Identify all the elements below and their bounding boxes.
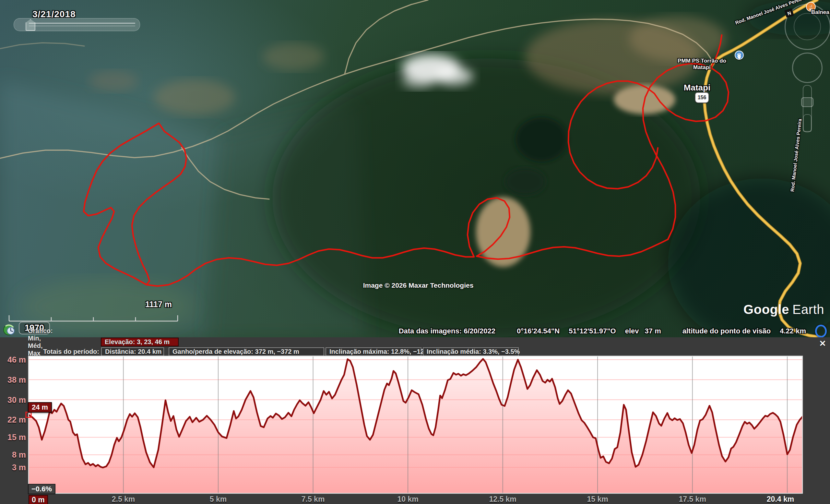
status-eye-alt-label: altitude do ponto de visão — [682, 327, 771, 335]
look-joystick-inner[interactable] — [794, 13, 821, 40]
elevation-chart[interactable] — [0, 337, 830, 504]
x-tick-label: 12.5 km — [489, 495, 516, 504]
y-tick-label: 38 m — [0, 375, 26, 384]
x-tick-label: 2.5 km — [112, 495, 135, 504]
y-tick-label: 8 m — [0, 450, 26, 460]
dark-lake — [505, 168, 545, 195]
y-tick-label: 46 m — [0, 355, 26, 365]
x-tick-label: 5 km — [210, 495, 227, 504]
cleared-land-patch — [263, 43, 324, 70]
status-latitude: 0°16'24.54"N — [517, 327, 560, 335]
cleared-land-patch — [89, 71, 138, 91]
cleared-land-patch — [154, 80, 235, 115]
elevation-profile-panel: Gráfico: Mín, Méd, Max Elevação: 3, 23, … — [0, 337, 830, 504]
map-viewport[interactable]: 3/21/2018 N 🍴 Balnea 🏛 PMM PS Torrão do … — [0, 0, 830, 337]
scale-label: 1117 m — [145, 300, 172, 309]
move-joystick[interactable] — [792, 53, 823, 83]
poi-balnea-label[interactable]: Balnea — [811, 9, 829, 15]
dark-lake — [515, 117, 567, 161]
time-slider-track[interactable] — [29, 23, 135, 24]
x-tick-label: 7.5 km — [301, 495, 325, 504]
x-tick-label: 10 km — [397, 495, 418, 504]
status-longitude: 51°12'51.97"O — [569, 327, 616, 335]
streaming-progress-icon — [815, 325, 827, 337]
civic-poi-icon[interactable]: 🏛 — [735, 51, 744, 60]
status-bar: Data das imagens: 6/20/2022 0°16'24.54"N… — [0, 326, 827, 337]
imagery-attribution: Image © 2026 Maxar Technologies — [350, 282, 486, 289]
status-elev-value: 37 m — [645, 327, 661, 335]
status-imagery-date: Data das imagens: 6/20/2022 — [399, 327, 496, 335]
time-slider-handle[interactable] — [26, 19, 35, 31]
x-tick-label: 17.5 km — [679, 495, 706, 504]
x-tick-label: 20.4 km — [767, 495, 794, 504]
status-elev-label: elev — [625, 327, 639, 335]
x-tick-label: 15 km — [587, 495, 608, 504]
status-eye-alt-value: 4.22 km — [780, 327, 806, 335]
y-tick-label: 22 m — [0, 415, 26, 424]
y-tick-label: 3 m — [0, 463, 26, 472]
road-shield-156: 156 — [695, 92, 709, 103]
y-tick-label: 15 m — [0, 433, 26, 442]
pmm-poi-label[interactable]: PMM PS Torrão do Matapi — [669, 58, 735, 71]
google-earth-logo: GoogleEarth — [743, 302, 824, 317]
elevation-tooltip: 24 m — [28, 402, 52, 413]
y-tick-label: 30 m — [0, 395, 26, 404]
slope-tooltip: −0.6% — [28, 484, 56, 494]
google-earth-window: 3/21/2018 N 🍴 Balnea 🏛 PMM PS Torrão do … — [0, 0, 830, 504]
time-slider-track2 — [29, 26, 135, 26]
town-label-matapi[interactable]: Matapi — [678, 83, 716, 93]
x-tick-label: 0 m — [29, 495, 48, 504]
zoom-slider-lower[interactable] — [803, 114, 811, 132]
time-slider[interactable] — [13, 18, 140, 31]
